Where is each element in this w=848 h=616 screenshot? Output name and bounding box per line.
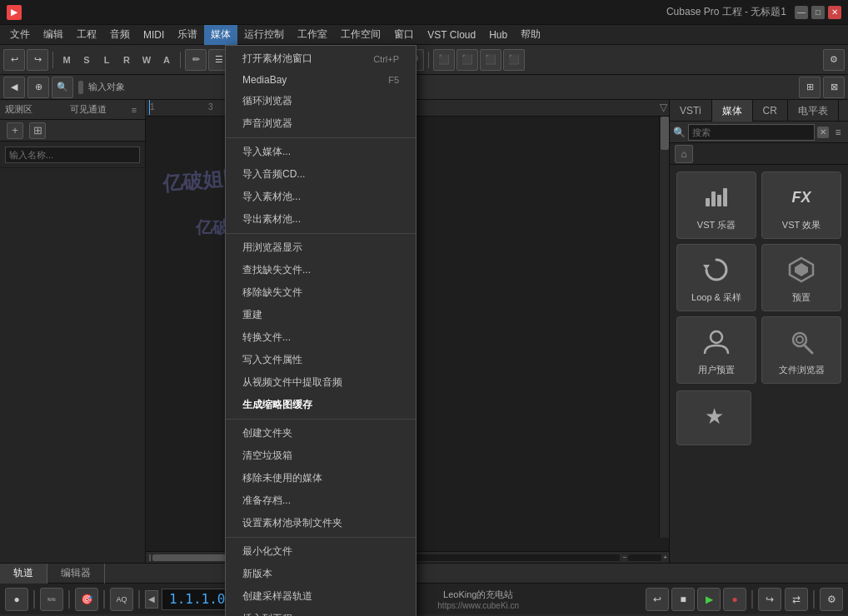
dd-sound-browser[interactable]: 声音浏览器: [226, 112, 416, 135]
record-button[interactable]: ●: [723, 588, 746, 611]
tool12[interactable]: ⬛: [503, 49, 525, 71]
tile-user-preset[interactable]: 用户预置: [676, 316, 756, 384]
menu-help[interactable]: 帮助: [514, 25, 547, 45]
tile-vst-instrument[interactable]: VST 乐器: [676, 171, 756, 239]
clear-search-button[interactable]: ✕: [817, 127, 829, 138]
maximize-button[interactable]: □: [811, 6, 825, 19]
search-options-icon[interactable]: ≡: [831, 126, 845, 139]
dd-create-folder[interactable]: 创建文件夹: [226, 422, 416, 445]
settings-button[interactable]: ⚙: [823, 49, 845, 71]
waveform-button[interactable]: ≈≈: [40, 588, 63, 611]
edit-tool-button[interactable]: ✏: [185, 49, 207, 71]
record-arm-button[interactable]: ●: [5, 588, 28, 611]
dd-open-pool[interactable]: 打开素材池窗口 Ctrl+P: [226, 47, 416, 70]
scrollbar-thumb[interactable]: [661, 117, 669, 150]
dd-remove-unused[interactable]: 移除未使用的媒体: [226, 467, 416, 489]
minimize-button[interactable]: —: [795, 6, 808, 19]
tab-vsti[interactable]: VSTi: [670, 100, 712, 122]
tab-level[interactable]: 电平表: [788, 100, 839, 122]
zoom-out-icon[interactable]: −: [621, 554, 629, 561]
tool9[interactable]: ⬛: [433, 49, 455, 71]
tb2-btn1[interactable]: ◀: [3, 77, 25, 98]
play-button[interactable]: ▶: [697, 588, 721, 611]
dd-find-missing[interactable]: 查找缺失文件...: [226, 259, 416, 281]
dd-mediabay[interactable]: MediaBay F5: [226, 70, 416, 90]
menu-hub[interactable]: Hub: [482, 25, 514, 45]
dd-write-attributes[interactable]: 写入文件属性: [226, 349, 416, 371]
tool11[interactable]: ⬛: [480, 49, 501, 71]
dd-empty-trash[interactable]: 清空垃圾箱: [226, 445, 416, 467]
panel-menu-icon[interactable]: ≡: [128, 104, 140, 116]
tempo-left-button[interactable]: ◀: [145, 590, 158, 609]
tool10[interactable]: ⬛: [456, 49, 478, 71]
tile-label-loop-sample: Loop & 采样: [691, 291, 741, 304]
metronome-button[interactable]: 🎯: [75, 588, 98, 611]
zoom-in-icon[interactable]: +: [661, 554, 669, 561]
tile-file-browser[interactable]: 文件浏览器: [761, 316, 841, 384]
menu-file[interactable]: 文件: [3, 25, 37, 45]
search-input[interactable]: [688, 124, 815, 141]
tb2-right2[interactable]: ⊠: [823, 77, 845, 98]
settings2-button[interactable]: ⚙: [820, 588, 843, 611]
dd-extract-audio[interactable]: 从视频文件中提取音频: [226, 371, 416, 394]
dd-loop-browser[interactable]: 循环浏览器: [226, 90, 416, 112]
dd-convert-files[interactable]: 转换文件...: [226, 326, 416, 349]
rewind-button[interactable]: ↩: [646, 588, 669, 611]
vertical-scrollbar[interactable]: [659, 117, 669, 538]
dd-insert-to-project[interactable]: 插入到工程 ▶: [226, 608, 416, 616]
stop-button[interactable]: ■: [671, 588, 695, 611]
tile-favorites[interactable]: ★: [676, 390, 751, 445]
menu-media[interactable]: 媒体: [204, 25, 237, 45]
dd-import-media[interactable]: 导入媒体...: [226, 141, 416, 163]
tab-cr[interactable]: CR: [753, 100, 788, 122]
menu-transport[interactable]: 运行控制: [237, 25, 291, 45]
tab-editor[interactable]: 编辑器: [47, 564, 105, 584]
loop-button[interactable]: ⇄: [785, 588, 808, 611]
menu-vstcloud[interactable]: VST Cloud: [421, 25, 482, 45]
tb2-btn3[interactable]: 🔍: [52, 77, 73, 98]
dd-gen-thumbnails[interactable]: 生成缩略图缓存: [226, 394, 416, 416]
menu-project[interactable]: 工程: [70, 25, 103, 45]
channel-name-input[interactable]: [5, 147, 140, 163]
menu-window[interactable]: 窗口: [387, 25, 421, 45]
tile-preset[interactable]: 预置: [761, 244, 841, 311]
dd-export-pool-label: 导出素材池...: [242, 212, 301, 226]
dd-show-browser[interactable]: 用浏览器显示: [226, 236, 416, 259]
dd-remove-missing[interactable]: 移除缺失文件: [226, 281, 416, 304]
dd-import-pool[interactable]: 导入素材池...: [226, 186, 416, 208]
dd-create-sampler-track[interactable]: 创建采样器轨道: [226, 585, 416, 608]
dd-show-browser-label: 用浏览器显示: [242, 241, 302, 255]
tile-vst-effect[interactable]: FX VST 效果: [761, 171, 841, 239]
tb2-right1[interactable]: ⊞: [799, 77, 821, 98]
dd-set-record-folder[interactable]: 设置素材池录制文件夹: [226, 512, 416, 534]
home-button[interactable]: ⌂: [675, 145, 693, 163]
menu-studio[interactable]: 工作室: [291, 25, 334, 45]
redo-button[interactable]: ↪: [27, 49, 48, 71]
tab-media[interactable]: 媒体: [712, 100, 753, 122]
menu-workspace[interactable]: 工作空间: [334, 25, 387, 45]
tab-tracks[interactable]: 轨道: [0, 564, 47, 584]
menu-audio[interactable]: 音频: [103, 25, 137, 45]
timeline-mark-1: 1: [150, 102, 155, 112]
zoom-slider[interactable]: [628, 554, 661, 561]
menu-score[interactable]: 乐谱: [171, 25, 204, 45]
add-track-button[interactable]: +: [7, 122, 23, 139]
dd-minimize-files[interactable]: 最小化文件: [226, 540, 416, 563]
cycle-button[interactable]: ↪: [758, 588, 781, 611]
undo-button[interactable]: ↩: [3, 49, 25, 71]
dd-export-pool[interactable]: 导出素材池...: [226, 208, 416, 231]
tile-loop-sample[interactable]: Loop & 采样: [676, 244, 756, 311]
dd-import-audio-cd[interactable]: 导入音频CD...: [226, 163, 416, 186]
dd-prepare-archive[interactable]: 准备存档...: [226, 489, 416, 512]
search-icon: 🔍: [673, 127, 686, 138]
menu-midi[interactable]: MIDI: [137, 25, 171, 45]
close-button[interactable]: ✕: [828, 6, 841, 19]
dd-new-version[interactable]: 新版本: [226, 563, 416, 585]
filter-icon[interactable]: ▽: [660, 102, 667, 113]
tb2-btn2[interactable]: ⊕: [27, 77, 49, 98]
dd-extract-audio-label: 从视频文件中提取音频: [242, 375, 342, 390]
menu-edit[interactable]: 编辑: [37, 25, 70, 45]
dd-rebuild[interactable]: 重建: [226, 304, 416, 326]
add-channel-button[interactable]: ⊞: [29, 122, 46, 139]
mode-button[interactable]: AQ: [110, 588, 133, 611]
